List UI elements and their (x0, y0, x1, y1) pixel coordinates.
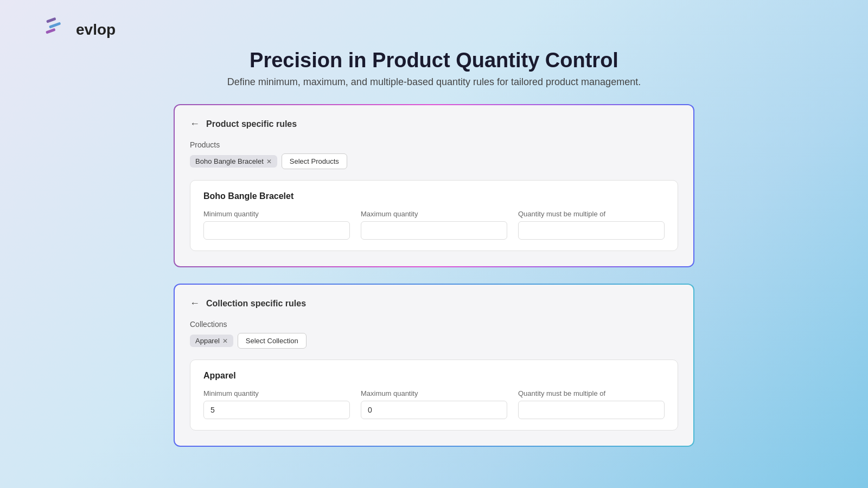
product-max-field: Maximum quantity (361, 210, 507, 240)
collection-card-header: ← Collection specific rules (190, 298, 678, 309)
cards-container: ← Product specific rules Products Boho B… (174, 104, 694, 447)
collection-section-label: Collections (190, 320, 678, 329)
collection-card-title: Collection specific rules (206, 299, 306, 309)
product-max-label: Maximum quantity (361, 210, 507, 218)
collection-multiple-input[interactable] (518, 401, 665, 419)
collection-tag-close[interactable]: ✕ (222, 337, 228, 345)
collection-tag: Apparel ✕ (190, 335, 233, 347)
product-tag: Boho Bangle Bracelet ✕ (190, 155, 277, 168)
collection-name: Apparel (203, 371, 665, 381)
product-tag-close[interactable]: ✕ (266, 158, 272, 165)
collection-tag-row: Apparel ✕ Select Collection (190, 333, 678, 349)
product-tag-row: Boho Bangle Bracelet ✕ Select Products (190, 153, 678, 169)
logo-text: evlop (76, 21, 116, 38)
product-min-input[interactable] (203, 221, 350, 240)
page-title: Precision in Product Quantity Control (250, 49, 618, 72)
svg-rect-0 (46, 17, 56, 23)
svg-rect-2 (46, 28, 56, 34)
product-back-button[interactable]: ← (190, 118, 200, 130)
collection-card: ← Collection specific rules Collections … (175, 285, 693, 446)
collection-min-input[interactable] (203, 401, 350, 419)
collection-max-label: Maximum quantity (361, 389, 507, 397)
product-multiple-label: Quantity must be multiple of (518, 210, 665, 218)
logo-row: evlop (43, 16, 116, 43)
evlop-logo-icon (43, 16, 71, 43)
page-subtitle: Define minimum, maximum, and multiple-ba… (227, 76, 641, 88)
collection-max-input[interactable] (361, 401, 507, 419)
product-name: Boho Bangle Bracelet (203, 191, 665, 201)
product-max-input[interactable] (361, 221, 507, 240)
collection-multiple-field: Quantity must be multiple of (518, 389, 665, 419)
product-card: ← Product specific rules Products Boho B… (175, 105, 693, 266)
select-products-button[interactable]: Select Products (282, 153, 347, 169)
page-header: evlop Precision in Product Quantity Cont… (22, 16, 846, 88)
collection-tag-label: Apparel (195, 337, 220, 345)
product-section-label: Products (190, 140, 678, 149)
collection-back-button[interactable]: ← (190, 298, 200, 309)
collection-min-label: Minimum quantity (203, 389, 350, 397)
svg-rect-1 (49, 22, 61, 28)
product-tag-label: Boho Bangle Bracelet (195, 157, 264, 165)
collection-quantity-row: Minimum quantity Maximum quantity Quanti… (203, 389, 665, 419)
product-card-header: ← Product specific rules (190, 118, 678, 130)
select-collection-button[interactable]: Select Collection (238, 333, 307, 349)
collection-details-card: Apparel Minimum quantity Maximum quantit… (190, 359, 678, 431)
product-multiple-field: Quantity must be multiple of (518, 210, 665, 240)
collection-min-field: Minimum quantity (203, 389, 350, 419)
product-min-label: Minimum quantity (203, 210, 350, 218)
collection-multiple-label: Quantity must be multiple of (518, 389, 665, 397)
collection-card-wrapper: ← Collection specific rules Collections … (174, 284, 694, 447)
product-card-title: Product specific rules (206, 119, 297, 129)
product-multiple-input[interactable] (518, 221, 665, 240)
collection-max-field: Maximum quantity (361, 389, 507, 419)
product-min-field: Minimum quantity (203, 210, 350, 240)
product-card-wrapper: ← Product specific rules Products Boho B… (174, 104, 694, 267)
product-details-card: Boho Bangle Bracelet Minimum quantity Ma… (190, 180, 678, 251)
product-quantity-row: Minimum quantity Maximum quantity Quanti… (203, 210, 665, 240)
